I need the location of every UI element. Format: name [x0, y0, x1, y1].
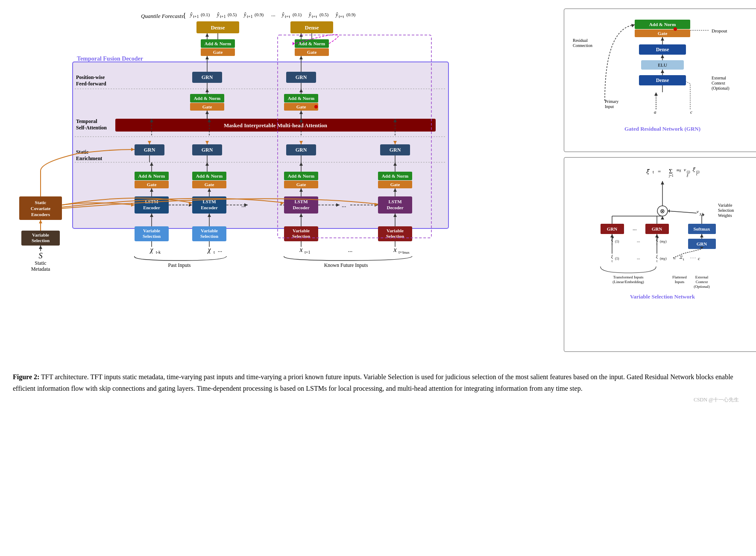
svg-text:t+1: t+1 — [247, 14, 252, 19]
svg-text:Add & Norm: Add & Norm — [288, 173, 314, 179]
left-diagram: Quantile Forecasts { ŷ t+1 (0.1) ŷ t+1 (… — [9, 9, 555, 360]
svg-point-232 — [674, 27, 677, 31]
grn-panel: Add & Norm Gate Dropout Residual Connect… — [564, 9, 756, 152]
svg-text:ξ: ξ — [656, 254, 658, 259]
svg-text:Static: Static — [35, 200, 47, 205]
svg-text:Add & Norm: Add & Norm — [649, 22, 676, 27]
svg-text:GRN: GRN — [202, 147, 213, 153]
figure-container: Quantile Forecasts { ŷ t+1 (0.1) ŷ t+1 (… — [9, 9, 747, 360]
svg-text:Dropout: Dropout — [712, 28, 727, 33]
svg-text:...: ... — [348, 247, 353, 253]
svg-text:Dense: Dense — [656, 47, 669, 53]
svg-text:c: c — [698, 256, 700, 261]
svg-text:χ: χ — [699, 211, 701, 216]
svg-text:...: ... — [271, 11, 275, 18]
svg-text:Static: Static — [35, 260, 46, 266]
svg-text:Metadata: Metadata — [31, 266, 50, 272]
svg-text:): ) — [665, 257, 667, 260]
grn-svg: Add & Norm Gate Dropout Residual Connect… — [571, 15, 756, 143]
svg-text:ξ: ξ — [611, 254, 613, 259]
svg-text:c: c — [690, 109, 692, 114]
svg-text:(1): (1) — [615, 257, 619, 260]
svg-text:Context: Context — [712, 81, 725, 85]
svg-text:t+τ: t+τ — [285, 14, 290, 19]
svg-text:(0.1): (0.1) — [201, 12, 210, 18]
svg-text:Variable: Variable — [293, 228, 310, 233]
svg-point-56 — [314, 105, 318, 108]
vsn-svg: ξ̃ t = Σ m χ j=1 v (j) χ t ξ̃ (j) t Vari… — [571, 164, 756, 343]
svg-text:External: External — [695, 275, 709, 279]
svg-text:t+1: t+1 — [193, 14, 199, 19]
caption-text: TFT architecture. TFT inputs static meta… — [13, 373, 733, 392]
svg-text:m: m — [677, 168, 680, 172]
svg-text:χ: χ — [207, 246, 211, 254]
svg-text:Covariate: Covariate — [31, 206, 51, 211]
svg-text:Temporal: Temporal — [76, 118, 97, 124]
svg-text:j=1: j=1 — [668, 174, 674, 178]
svg-text:t+τ: t+τ — [399, 250, 404, 255]
svg-text:Dense: Dense — [656, 77, 669, 83]
svg-text:Add & Norm: Add & Norm — [299, 41, 325, 46]
svg-text:External: External — [712, 76, 726, 80]
svg-text:...: ... — [241, 202, 246, 208]
svg-text:GRN: GRN — [296, 74, 307, 80]
svg-text:Variable: Variable — [718, 203, 733, 208]
svg-text:Feed-forward: Feed-forward — [76, 81, 106, 87]
tft-diagram-svg: Quantile Forecasts { ŷ t+1 (0.1) ŷ t+1 (… — [9, 9, 555, 359]
svg-text:Softmax: Softmax — [693, 226, 710, 231]
svg-text:Add & Norm: Add & Norm — [288, 96, 314, 101]
svg-text:Dense: Dense — [305, 24, 319, 31]
figure-caption: Figure 2: TFT architecture. TFT inputs s… — [9, 371, 747, 394]
svg-text:Residual: Residual — [573, 38, 588, 43]
svg-text:a: a — [654, 109, 656, 114]
svg-rect-259 — [571, 164, 756, 343]
svg-text:Self-Attention: Self-Attention — [76, 125, 107, 131]
svg-text:Selection: Selection — [718, 208, 734, 213]
svg-text:Gate: Gate — [205, 182, 214, 187]
svg-text:ŷ: ŷ — [335, 12, 338, 18]
svg-text:Gate: Gate — [296, 104, 306, 109]
svg-text:(Optional): (Optional) — [694, 284, 710, 289]
svg-text:Gate: Gate — [202, 104, 212, 109]
svg-text:t+τ: t+τ — [312, 14, 317, 19]
svg-text:ŷ: ŷ — [243, 12, 246, 18]
svg-text:Masked Interpretable Multi-hea: Masked Interpretable Multi-head Attentio… — [224, 122, 328, 129]
svg-text:Decoder: Decoder — [293, 205, 309, 210]
svg-text:t-k: t-k — [156, 250, 161, 255]
svg-text:v: v — [684, 167, 686, 172]
svg-text:t+1: t+1 — [220, 14, 226, 19]
svg-text:Selection: Selection — [143, 234, 161, 239]
svg-text:Flattened: Flattened — [672, 275, 687, 279]
svg-text:Gated Residual Network (GRN): Gated Residual Network (GRN) — [624, 126, 700, 132]
svg-text:t: t — [653, 170, 654, 174]
svg-text:Variable: Variable — [387, 228, 404, 233]
svg-text:ŷ: ŷ — [217, 12, 220, 18]
svg-text:Add & Norm: Add & Norm — [138, 173, 165, 179]
svg-text:...: ... — [637, 238, 640, 243]
svg-text:Past Inputs: Past Inputs — [168, 262, 190, 268]
svg-text:Input: Input — [605, 104, 614, 109]
svg-text:Variable: Variable — [143, 228, 160, 233]
svg-text:GRN: GRN — [607, 226, 618, 231]
svg-text:Primary: Primary — [605, 99, 618, 104]
svg-text:Variable: Variable — [201, 228, 218, 233]
svg-text:Encoders: Encoders — [31, 212, 50, 217]
svg-text:Quantile Forecasts: Quantile Forecasts — [141, 13, 184, 19]
svg-text:t: t — [214, 250, 215, 255]
svg-text:Gate: Gate — [390, 182, 400, 187]
svg-text:...: ... — [637, 255, 640, 260]
svg-text:...: ... — [218, 247, 223, 253]
svg-text:χ: χ — [679, 168, 681, 172]
svg-text:x: x — [393, 246, 396, 253]
svg-text:Gate: Gate — [307, 50, 317, 55]
svg-text:{: { — [183, 12, 186, 19]
svg-text:t+τ: t+τ — [339, 14, 344, 19]
caption-label: Figure 2: — [13, 373, 39, 380]
svg-text:=: = — [673, 256, 676, 261]
svg-text:(0.9): (0.9) — [255, 12, 264, 18]
svg-text:x: x — [299, 246, 302, 253]
svg-text:GRN: GRN — [144, 147, 155, 153]
svg-text:(0.9): (0.9) — [346, 12, 355, 18]
svg-text:Add & Norm: Add & Norm — [205, 41, 231, 46]
svg-text:LSTM: LSTM — [388, 199, 402, 204]
